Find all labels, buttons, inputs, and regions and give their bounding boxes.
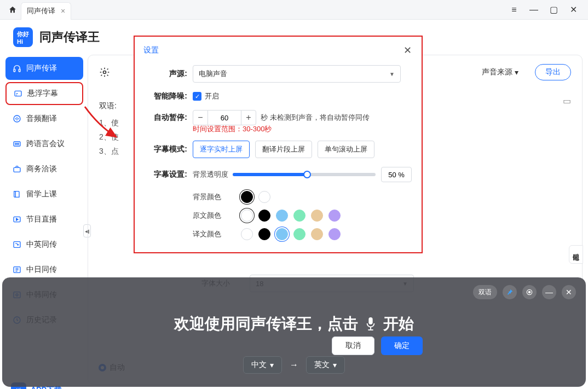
swatch-tan[interactable]: [311, 228, 323, 240]
bg-color-label: 背景颜色: [193, 192, 235, 202]
sound-source-label: 声音来源: [482, 67, 512, 77]
pin-icon[interactable]: [503, 285, 517, 299]
chevron-down-icon: ▾: [515, 68, 518, 77]
nav-audio-translate[interactable]: 音频翻译: [5, 107, 83, 130]
headphones-icon: [12, 63, 22, 73]
swatch-black[interactable]: [258, 228, 270, 240]
autopause-hint: 秒 未检测到声音，将自动暂停同传: [261, 113, 370, 123]
lang-to-select[interactable]: 英文▾: [306, 356, 345, 374]
subtitle-overlay: 双语 — ✕ 欢迎使用同声传译王，点击 开始 中文▾ → 英文▾: [2, 277, 586, 387]
orig-color-swatches: [241, 210, 341, 222]
nav-label: 同声传译: [26, 63, 57, 73]
source-value: 电脑声音: [199, 69, 227, 79]
subtitle-mode-label: 字幕模式:: [145, 144, 187, 154]
book-icon: [12, 189, 22, 199]
translate-icon: [12, 265, 22, 275]
sound-source-dropdown[interactable]: 声音来源▾: [482, 67, 518, 77]
export-button[interactable]: 导出: [535, 64, 571, 80]
tab-close-icon[interactable]: ×: [61, 7, 65, 15]
layout-icon[interactable]: ▭: [563, 96, 571, 106]
nav-label: 音频翻译: [26, 114, 57, 124]
svg-rect-18: [370, 327, 371, 330]
target-icon[interactable]: [522, 285, 537, 299]
mic-icon: [364, 316, 378, 332]
settings-dialog: 设置 ✕ 声源: 电脑声音 ▼ 智能降噪: ✓ 开启 自动暂停: − 60 + …: [134, 36, 423, 253]
nav-crosslang-meeting[interactable]: 跨语言会议: [5, 132, 83, 155]
close-icon[interactable]: ✕: [567, 4, 579, 16]
nav-live[interactable]: 节目直播: [5, 208, 83, 231]
subtitle-set-label: 字幕设置:: [145, 170, 187, 179]
swatch-white[interactable]: [258, 191, 270, 203]
nav-cn-en[interactable]: 中英同传: [5, 233, 83, 256]
gear-icon[interactable]: [99, 67, 110, 78]
svg-rect-17: [368, 317, 372, 324]
nav-business[interactable]: 商务洽谈: [5, 158, 83, 181]
svg-rect-7: [14, 167, 20, 172]
nav-floating-subtitle[interactable]: 悬浮字幕: [5, 82, 83, 105]
orig-color-label: 原文颜色: [193, 211, 235, 220]
audio-icon: [12, 114, 22, 124]
svg-rect-9: [14, 242, 20, 248]
mode-realtime-button[interactable]: 逐字实时上屏: [193, 141, 250, 158]
denoise-checkbox[interactable]: ✓: [193, 92, 201, 101]
home-icon[interactable]: [8, 5, 18, 15]
svg-rect-1: [19, 69, 20, 72]
chevron-left-icon: ◀: [572, 251, 580, 260]
lang-from-select[interactable]: 中文▾: [243, 356, 282, 374]
briefcase-icon: [12, 164, 22, 174]
minimize-icon[interactable]: —: [528, 4, 540, 16]
denoise-on-label: 开启: [205, 91, 219, 101]
maximize-icon[interactable]: ▢: [547, 4, 560, 16]
swatch-tan[interactable]: [311, 210, 323, 222]
cancel-button[interactable]: 取消: [332, 336, 374, 355]
swatch-black[interactable]: [241, 191, 253, 203]
nav-study-class[interactable]: 留学上课: [5, 183, 83, 206]
dialog-title: 设置: [143, 45, 159, 55]
swatch-green[interactable]: [293, 210, 305, 222]
trans-color-label: 译文颜色: [193, 229, 235, 239]
swatch-purple[interactable]: [328, 210, 341, 222]
denoise-label: 智能降噪:: [145, 91, 187, 101]
tab-label: 同声传译: [27, 6, 55, 16]
bilingual-chip[interactable]: 双语: [473, 285, 497, 299]
minimize-overlay-icon[interactable]: —: [542, 285, 556, 299]
slider-thumb[interactable]: [303, 171, 311, 178]
trans-color-swatches: [241, 228, 341, 240]
menu-icon[interactable]: ≡: [508, 4, 520, 16]
swatch-black[interactable]: [258, 210, 270, 222]
close-overlay-icon[interactable]: ✕: [562, 285, 576, 299]
autopause-range-hint: 时间设置范围：30-300秒: [193, 124, 412, 134]
tab-simultaneous[interactable]: 同声传译 ×: [21, 2, 71, 20]
swatch-white[interactable]: [241, 210, 253, 222]
nav-simultaneous[interactable]: 同声传译: [5, 57, 83, 80]
mode-scroll-button[interactable]: 单句滚动上屏: [318, 141, 374, 158]
nav-label: 商务洽谈: [26, 164, 57, 174]
opacity-value: 50 %: [381, 167, 412, 182]
swatch-white[interactable]: [241, 228, 253, 240]
caret-down-icon: ▾: [333, 361, 337, 369]
nav-label: 悬浮字幕: [27, 89, 58, 98]
stepper-plus-button[interactable]: +: [241, 110, 256, 125]
swatch-green[interactable]: [293, 228, 305, 240]
dialog-close-icon[interactable]: ✕: [402, 44, 413, 56]
ok-button[interactable]: 确定: [381, 336, 423, 355]
bg-color-swatches: [241, 191, 270, 203]
nav-label: 中英同传: [26, 240, 57, 249]
source-label: 声源:: [145, 69, 187, 79]
source-select[interactable]: 电脑声音 ▼: [193, 65, 401, 83]
lang-from-label: 中文: [251, 360, 267, 370]
dialog-footer: 取消 确定: [134, 336, 423, 355]
nav-label: 跨语言会议: [26, 139, 65, 149]
swatch-blue[interactable]: [276, 210, 288, 222]
swatch-blue[interactable]: [276, 228, 288, 240]
swap-icon[interactable]: →: [290, 360, 298, 370]
svg-point-6: [18, 143, 19, 145]
autopause-value[interactable]: 60: [208, 110, 241, 125]
subtitle-icon: [13, 89, 23, 98]
nav-label: 中日同传: [26, 265, 57, 275]
swatch-purple[interactable]: [328, 228, 341, 240]
mode-segment-button[interactable]: 翻译片段上屏: [255, 141, 312, 158]
side-notes-tab[interactable]: 同传笔记 ◀: [569, 245, 583, 264]
stepper-minus-button[interactable]: −: [193, 110, 208, 125]
opacity-slider[interactable]: [233, 173, 376, 176]
